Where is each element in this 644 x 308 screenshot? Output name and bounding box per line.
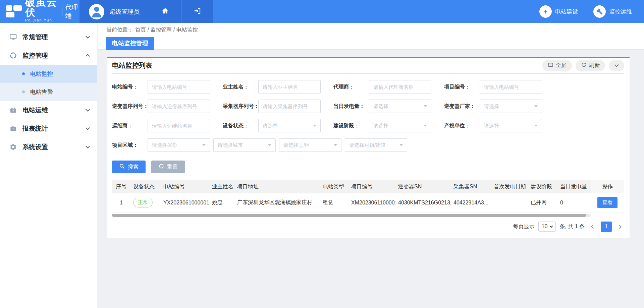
build-phase-select[interactable]: 请选择 [369,119,431,132]
project-no-input[interactable] [480,80,542,94]
cell-address: 广东深圳龙华区观澜镇姚家庄村 [234,193,320,212]
caret-down-icon [268,144,271,146]
filter-label: 逆变器序列号： [112,103,148,110]
filter-field: 代理商： [333,80,431,94]
breadcrumb: 当前位置： 首页 / 监控管理 / 电站监控 [98,23,644,37]
sidebar-item-monitoring[interactable]: 监控管理 [0,46,97,65]
daily-power-select[interactable]: 请选择 [369,100,431,113]
town-select[interactable]: 请选择村镇/街道 [345,138,407,152]
reset-button[interactable]: 重置 [151,161,185,173]
search-button[interactable]: 搜索 [112,161,146,173]
per-page-label: 每页显示 [513,223,535,230]
page-button[interactable]: 1 [601,222,612,232]
sidebar-item-station-ops[interactable]: 电站运维 [0,101,97,119]
chevron-right-icon [617,225,622,229]
home-button[interactable] [149,0,181,23]
cell-inverter-sn: 4030KMTS216G0213... [395,193,451,212]
briefcase-icon [9,125,17,132]
bullet-dot-icon [22,72,25,75]
col-inverter-sn: 逆变器SN [395,180,451,193]
filter-label: 运维商： [112,122,148,129]
monitor-ops-link[interactable]: 监控运维 [593,5,632,18]
col-collector-sn: 采集器SN [451,180,491,193]
network-icon [9,52,17,59]
sidebar-item-general[interactable]: 常规管理 [0,28,97,46]
filter-label: 逆变器厂家： [444,103,480,110]
breadcrumb-path: 首页 / 监控管理 / 电站监控 [135,26,198,34]
device-status-select[interactable]: 请选择 [258,119,321,132]
bullet-dot-icon [22,90,25,93]
user-menu[interactable]: 超级管理员 [79,0,149,23]
filter-label: 设备状态： [223,122,258,129]
user-name: 超级管理员 [109,8,140,16]
next-page-button[interactable] [615,222,624,232]
cell-device-status: 正常 [130,193,161,212]
monitor-icon [9,33,17,41]
filter-label: 产权单位： [444,122,480,129]
inverter-vendor-select[interactable]: 请选择 [480,100,542,113]
filter-form: 电站编号： 业主姓名： 代理商： 项目编号： [112,80,624,132]
col-address: 项目地址 [234,180,320,193]
panel-header: 电站监控列表 全屏 刷新 [112,58,624,73]
filter-field: 产权单位： 请选择 [444,119,542,132]
pagination: 每页显示 10 条, 共 1 条 1 [112,222,624,232]
col-index: 序号 [112,180,130,193]
cell-daily-power: 0 [557,193,591,212]
search-icon [119,163,125,171]
scrollbar-thumb[interactable] [112,214,586,217]
brand-logo-icon [6,5,22,18]
cell-actions: 查看 [591,193,624,212]
sidebar-item-station-alarm[interactable]: 电站告警 [0,83,97,101]
county-select[interactable]: 请选择县/区 [279,138,341,152]
page-size-select[interactable]: 10 [538,222,556,232]
logout-icon [194,7,201,16]
lightning-icon [539,5,552,18]
logout-button[interactable] [181,0,213,23]
brand-text: 破茧云伏 Po Jian Yun Fu [25,0,59,26]
col-first-power-date: 首次发电日期 [491,180,528,193]
col-actions: 操作 [591,180,624,193]
sidebar-item-station-monitor[interactable]: 电站监控 [0,65,97,83]
refresh-icon [581,62,587,69]
station-no-input[interactable] [148,80,210,94]
station-build-link[interactable]: 电站建设 [539,5,578,18]
chevron-down-icon [86,34,90,39]
caret-down-icon [313,125,316,127]
caret-down-icon [534,125,538,127]
property-unit-select[interactable]: 请选择 [480,119,542,132]
agent-input[interactable] [369,80,431,94]
col-owner: 业主姓名 [209,180,234,193]
horizontal-scrollbar[interactable] [112,214,591,217]
city-select[interactable]: 请选择城市 [213,138,276,152]
header-quick-links: 电站建设 监控运维 [539,0,644,23]
caret-down-icon [424,105,427,107]
filter-label: 项目区域： [112,142,148,149]
filter-field: 业主姓名： [223,80,321,94]
tab-bar: 电站监控管理 [98,37,644,50]
filter-label: 电站编号： [112,83,148,90]
inverter-sn-input[interactable] [148,100,210,113]
refresh-button[interactable]: 刷新 [576,60,605,71]
sidebar-item-settings[interactable]: 系统设置 [0,138,97,156]
filter-label: 采集器序列号： [223,103,258,110]
province-select[interactable]: 请选择省份 [148,138,210,152]
brand-name: 破茧云伏 [25,0,59,17]
sidebar: 常规管理 监控管理 电站监控 电站告警 电站运维 [0,23,98,308]
om-vendor-input[interactable] [148,119,210,132]
owner-name-input[interactable] [258,80,321,94]
filter-actions: 搜索 重置 [112,161,624,173]
cell-collector-sn: 40422914A3... [451,193,491,212]
tab-station-monitor-mgmt[interactable]: 电站监控管理 [106,37,154,50]
caret-down-icon [424,125,427,127]
view-button[interactable]: 查看 [597,197,618,208]
header-user-section: 超级管理员 [79,0,213,23]
collapse-panel-button[interactable] [609,60,624,71]
cell-index: 1 [112,193,130,212]
collector-sn-input[interactable] [258,100,321,113]
filter-field: 运维商： [112,119,210,132]
sidebar-item-reports[interactable]: 报表统计 [0,119,97,138]
filter-label: 建设阶段： [333,122,369,129]
fullscreen-button[interactable]: 全屏 [542,60,572,71]
prev-page-button[interactable] [588,222,597,232]
portal-label: 代理端 [62,3,79,20]
